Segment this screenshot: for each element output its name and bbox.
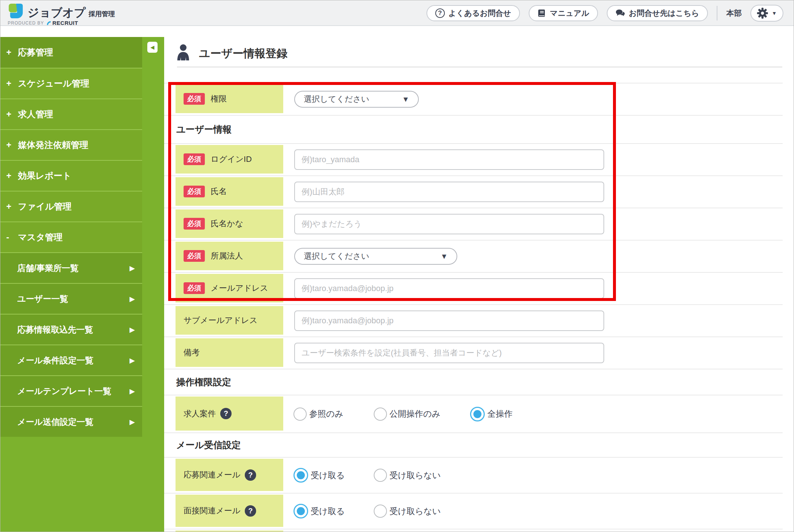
radio-label: 公開操作のみ: [389, 408, 440, 420]
radio-option-uketoru[interactable]: 受け取る: [293, 468, 345, 483]
chevron-right-icon: ▶: [129, 264, 135, 272]
field-label-cell: 必須 ログインID: [176, 145, 283, 174]
expand-plus-icon: +: [6, 140, 18, 150]
produced-by-label: PRODUCED BY: [8, 21, 44, 26]
help-icon[interactable]: ?: [220, 408, 232, 419]
sub-email-input[interactable]: [294, 310, 604, 331]
radio-selected-icon: [470, 407, 485, 421]
gear-icon: [757, 8, 768, 19]
field-label: 氏名: [211, 186, 227, 197]
field-label: 応募関連メール: [184, 469, 240, 480]
contact-button-label: お問合せ先はこちら: [629, 8, 699, 18]
name-input[interactable]: [294, 182, 604, 202]
login-id-input[interactable]: [294, 149, 604, 170]
radio-label: 受け取る: [311, 470, 345, 481]
header-divider: [717, 6, 717, 21]
radio-option-uketoranai[interactable]: 受け取らない: [374, 505, 441, 518]
field-label-cell: 面接関連メール ?: [176, 495, 283, 527]
email-input[interactable]: [294, 278, 604, 299]
sidebar-item-mail-soushin-ichiran[interactable]: メール送信設定一覧 ▶: [0, 406, 142, 437]
sidebar-item-kyujin-kanri[interactable]: + 求人管理: [0, 98, 142, 129]
required-badge: 必須: [184, 282, 205, 294]
app-logo[interactable]: ジョブオプ 採用管理 PRODUCED BY RECRUIT: [8, 3, 115, 26]
radio-label: 参照のみ: [309, 408, 343, 420]
sidebar-item-master-kanri[interactable]: - マスタ管理: [0, 222, 142, 252]
question-circle-icon: ?: [435, 8, 445, 18]
field-label: サブメールアドレス: [184, 315, 258, 326]
form-row-name: 必須 氏名: [164, 176, 783, 208]
manual-button[interactable]: マニュアル: [529, 5, 598, 21]
book-icon: [538, 9, 546, 18]
field-label: 氏名かな: [211, 218, 243, 229]
form-row-login-id: 必須 ログインID: [164, 144, 783, 176]
radio-option-sanshou-nomi[interactable]: 参照のみ: [293, 408, 343, 421]
kengen-select[interactable]: 選択してください ▼: [294, 91, 419, 108]
radio-option-koukai-sousa-nomi[interactable]: 公開操作のみ: [374, 408, 440, 421]
radio-option-uketoru[interactable]: 受け取る: [293, 504, 345, 518]
main-content: ユーザー情報登録 必須 権限 選択してください ▼ ユーザー情報: [164, 0, 794, 532]
field-label: 権限: [211, 93, 227, 104]
sidebar-item-schedule-kanri[interactable]: + スケジュール管理: [0, 68, 142, 98]
caret-down-icon: ▼: [440, 252, 448, 261]
sidebar-item-baitai-hacchu[interactable]: + 媒体発注依頼管理: [0, 129, 142, 160]
chevron-down-icon: ▼: [772, 10, 777, 16]
radio-label: 全操作: [487, 408, 513, 420]
sidebar-item-label: ユーザー一覧: [17, 293, 68, 305]
field-label-cell: 備考: [176, 338, 283, 367]
faq-button[interactable]: ? よくあるお問合せ: [426, 5, 520, 21]
page-title: ユーザー情報登録: [199, 46, 287, 61]
sidebar-item-tenpo-ichiran[interactable]: 店舗/事業所一覧 ▶: [0, 252, 142, 283]
field-label: 求人案件: [184, 408, 216, 419]
sidebar-item-user-ichiran[interactable]: ユーザー一覧 ▶: [0, 283, 142, 314]
radio-option-zen-sousa[interactable]: 全操作: [470, 407, 513, 421]
sidebar-item-file-kanri[interactable]: + ファイル管理: [0, 191, 142, 222]
chevron-left-icon: ◀: [151, 44, 155, 50]
required-badge: 必須: [184, 186, 205, 198]
faq-button-label: よくあるお問合せ: [448, 8, 511, 18]
radio-unselected-icon: [374, 505, 387, 518]
sidebar-item-oubo-kanri[interactable]: + 応募管理: [0, 37, 142, 68]
form-row-shozoku-houjin: 必須 所属法人 選択してください ▼: [164, 241, 783, 273]
chevron-right-icon: ▶: [129, 356, 135, 365]
field-label: メールアドレス: [211, 283, 268, 294]
settings-menu-button[interactable]: ▼: [750, 5, 783, 22]
section-user-info: ユーザー情報: [164, 116, 783, 144]
form-row-mensetsu-kanren-mail: 面接関連メール ? 受け取る 受け取らない: [164, 494, 783, 529]
sidebar-collapse-button[interactable]: ◀: [147, 42, 158, 53]
jobop-logo-icon: [8, 3, 24, 19]
form-row-name-kana: 必須 氏名かな: [164, 208, 783, 241]
form-row-biko: 備考: [164, 337, 783, 369]
required-badge: 必須: [184, 250, 205, 262]
section-title: メール受信設定: [176, 439, 241, 451]
radio-unselected-icon: [374, 469, 387, 482]
field-label: 備考: [184, 347, 200, 358]
sidebar-item-mail-template-ichiran[interactable]: メールテンプレート一覧 ▶: [0, 375, 142, 406]
radio-option-uketoranai[interactable]: 受け取らない: [374, 469, 441, 482]
user-registration-form: 必須 権限 選択してください ▼ ユーザー情報 必須 ログインID: [164, 83, 783, 532]
sidebar-item-mail-jouken-ichiran[interactable]: メール条件設定一覧 ▶: [0, 345, 142, 375]
radio-dot: [297, 507, 305, 515]
field-label: 所属法人: [211, 250, 243, 261]
sidebar-item-kouka-report[interactable]: + 効果レポート: [0, 160, 142, 191]
contact-button[interactable]: お問合せ先はこちら: [607, 5, 708, 21]
expand-plus-icon: +: [6, 47, 18, 57]
shozoku-houjin-select[interactable]: 選択してください ▼: [294, 248, 457, 265]
radio-label: 受け取らない: [389, 506, 441, 517]
manual-button-label: マニュアル: [550, 8, 589, 18]
organization-label: 本部: [726, 8, 742, 18]
sidebar-item-label: メール送信設定一覧: [17, 416, 93, 428]
name-kana-input[interactable]: [294, 214, 604, 234]
help-icon[interactable]: ?: [245, 469, 256, 481]
biko-input[interactable]: [294, 343, 604, 363]
expand-plus-icon: +: [6, 78, 18, 89]
collapse-minus-icon: -: [6, 232, 18, 242]
header-actions: ? よくあるお問合せ マニュアル お問合せ先はこちら: [426, 0, 783, 26]
section-title: ユーザー情報: [176, 123, 232, 135]
sidebar-item-oubo-torikomi-ichiran[interactable]: 応募情報取込先一覧 ▶: [0, 314, 142, 345]
help-icon[interactable]: ?: [245, 505, 256, 517]
radio-dot: [297, 471, 305, 479]
top-header-bar: ジョブオプ 採用管理 PRODUCED BY RECRUIT ? よくあるお問合…: [0, 0, 794, 26]
form-row-email: 必須 メールアドレス: [164, 273, 783, 305]
sidebar-item-label: マスタ管理: [18, 231, 63, 243]
chevron-right-icon: ▶: [129, 387, 135, 395]
